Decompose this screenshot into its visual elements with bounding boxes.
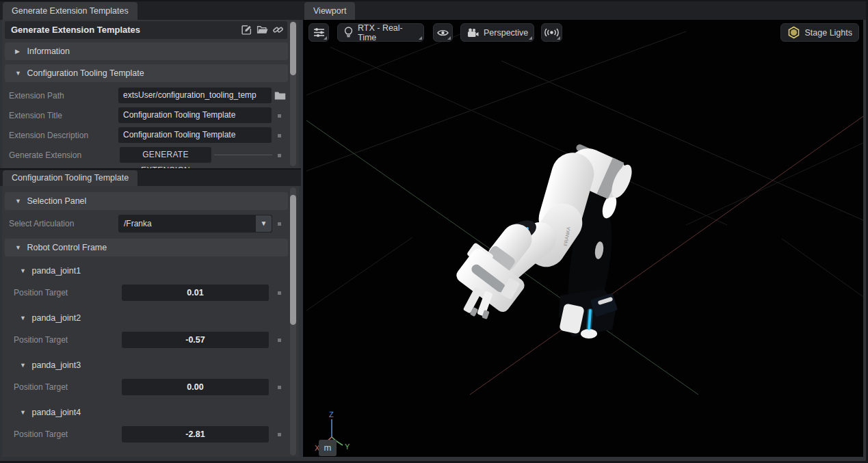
field-value: Configuration Tooling Template (123, 110, 235, 120)
generate-extension-row: Generate Extension GENERATE EXTENSION (2, 146, 299, 165)
configuration-tooling-template-panel: ▼ Selection Panel Select Articulation /F… (2, 186, 299, 457)
section-label: Configuration Tooling Template (27, 68, 144, 78)
default-indicator (278, 433, 281, 436)
collapse-down-icon: ▼ (20, 356, 29, 375)
chevron-down-icon[interactable]: ▼ (256, 215, 272, 232)
scrollbar-thumb[interactable] (290, 22, 296, 75)
renderer-label: RTX - Real-Time (358, 23, 417, 42)
extension-description-input[interactable]: Configuration Tooling Template (118, 127, 272, 143)
extension-title-row: Extension Title Configuration Tooling Te… (2, 106, 299, 125)
panel-title: Generate Extension Templates (11, 25, 140, 35)
unit-meters-button[interactable]: m (319, 440, 337, 456)
position-target-row: Position Target 0.00 (2, 378, 299, 397)
field-value: 0.01 (187, 288, 203, 297)
default-indicator (278, 114, 281, 118)
joint-header-panda-joint5[interactable]: ▼ panda_joint5 (5, 453, 288, 457)
collapse-right-icon: ▶ (15, 42, 25, 60)
extension-path-row: Extension Path extsUser/configuration_to… (2, 86, 299, 105)
visibility-button[interactable] (433, 23, 453, 42)
field-label: Position Target (14, 283, 68, 302)
position-target-row: Position Target 0.01 (2, 283, 299, 302)
joint-header-panda-joint3[interactable]: ▼ panda_joint3 (5, 356, 288, 375)
field-label: Position Target (14, 330, 68, 349)
joint-header-panda-joint1[interactable]: ▼ panda_joint1 (5, 262, 288, 280)
default-indicator (278, 154, 281, 157)
joint-name: panda_joint1 (31, 266, 81, 276)
generate-extension-button[interactable]: GENERATE EXTENSION (120, 147, 211, 163)
sliders-icon (313, 27, 325, 38)
divider (214, 155, 272, 155)
link-icon[interactable] (272, 24, 284, 36)
default-indicator (278, 386, 281, 389)
open-folder-icon[interactable] (257, 24, 268, 36)
section-label: Information (27, 47, 70, 56)
collapse-down-icon: ▼ (20, 309, 29, 328)
camera-selector-button[interactable]: Perspective (460, 23, 534, 42)
position-target-input[interactable]: 0.00 (122, 379, 269, 395)
default-indicator (278, 339, 281, 342)
default-indicator (278, 222, 281, 226)
collapse-down-icon: ▼ (20, 262, 29, 280)
position-target-row: Position Target -2.81 (2, 425, 299, 444)
eye-icon (437, 29, 449, 37)
position-target-input[interactable]: -0.57 (122, 332, 269, 348)
section-information[interactable]: ▶ Information (5, 42, 288, 60)
scrollbar-track[interactable] (290, 187, 296, 455)
section-label: Selection Panel (27, 196, 86, 206)
joint-name: panda_joint4 (31, 408, 81, 417)
camera-icon (467, 28, 479, 38)
field-value: -0.57 (185, 335, 205, 345)
field-label: Select Articulation (9, 214, 74, 233)
position-target-input[interactable]: -2.81 (122, 426, 269, 442)
dropdown-value: /Franka (124, 219, 152, 228)
section-label: Robot Control Frame (27, 243, 107, 252)
lightbulb-icon (344, 27, 353, 38)
viewport-canvas[interactable]: FRANKA (303, 20, 863, 457)
articulation-dropdown[interactable]: /Franka ▼ (118, 215, 272, 233)
bottom-tab-bar: Configuration Tooling Template (0, 168, 301, 186)
position-target-input[interactable]: 0.01 (122, 285, 269, 301)
section-robot-control-frame[interactable]: ▼ Robot Control Frame (5, 239, 288, 256)
viewport-dock-column: Viewport (301, 0, 868, 463)
y-label: Y (345, 442, 350, 451)
field-value: extsUser/configuration_tooling_temp (123, 90, 257, 100)
joint-name: panda_joint2 (31, 313, 81, 323)
extension-title-input[interactable]: Configuration Tooling Template (118, 107, 272, 123)
joint-name: panda_joint3 (31, 360, 81, 370)
default-indicator (278, 134, 281, 137)
renderer-selector-button[interactable]: RTX - Real-Time (337, 23, 424, 42)
browse-folder-icon[interactable] (274, 89, 287, 102)
collapse-down-icon: ▼ (20, 453, 29, 457)
joint-header-panda-joint2[interactable]: ▼ panda_joint2 (5, 309, 288, 328)
stage-lights-label: Stage Lights (805, 28, 853, 38)
field-value: -2.81 (185, 429, 205, 439)
section-configuration-tooling-template[interactable]: ▼ Configuration Tooling Template (5, 64, 288, 82)
edit-icon[interactable] (241, 24, 252, 36)
default-indicator (278, 291, 281, 295)
tab-generate-extension-templates[interactable]: Generate Extension Templates (3, 2, 137, 20)
joint-header-panda-joint4[interactable]: ▼ panda_joint4 (5, 404, 288, 422)
camera-label: Perspective (484, 28, 528, 38)
position-target-row: Position Target -0.57 (2, 330, 299, 349)
extension-description-row: Extension Description Configuration Tool… (2, 126, 299, 145)
panel-title-bar: Generate Extension Templates (5, 21, 287, 39)
field-label: Extension Description (9, 126, 88, 145)
collapse-down-icon: ▼ (15, 64, 25, 82)
stage-lights-button[interactable]: Stage Lights (780, 23, 860, 42)
scrollbar-track[interactable] (290, 21, 296, 166)
field-value: 0.00 (187, 382, 203, 392)
tab-configuration-tooling-template[interactable]: Configuration Tooling Template (3, 170, 137, 186)
capture-button[interactable] (541, 23, 562, 42)
stage-light-hexagon-icon (787, 26, 800, 39)
field-label: Position Target (14, 378, 68, 397)
field-label: Extension Path (9, 86, 64, 105)
section-selection-panel[interactable]: ▼ Selection Panel (5, 192, 288, 210)
tab-viewport[interactable]: Viewport (304, 2, 355, 20)
extension-path-input[interactable]: extsUser/configuration_tooling_temp (118, 88, 272, 103)
left-dock-column: Generate Extension Templates Generate Ex… (0, 0, 301, 463)
top-tab-bar: Generate Extension Templates (0, 0, 301, 20)
viewport-settings-button[interactable] (308, 23, 329, 42)
scrollbar-thumb[interactable] (290, 195, 296, 325)
collapse-down-icon: ▼ (15, 192, 25, 210)
z-label: Z (329, 410, 334, 419)
